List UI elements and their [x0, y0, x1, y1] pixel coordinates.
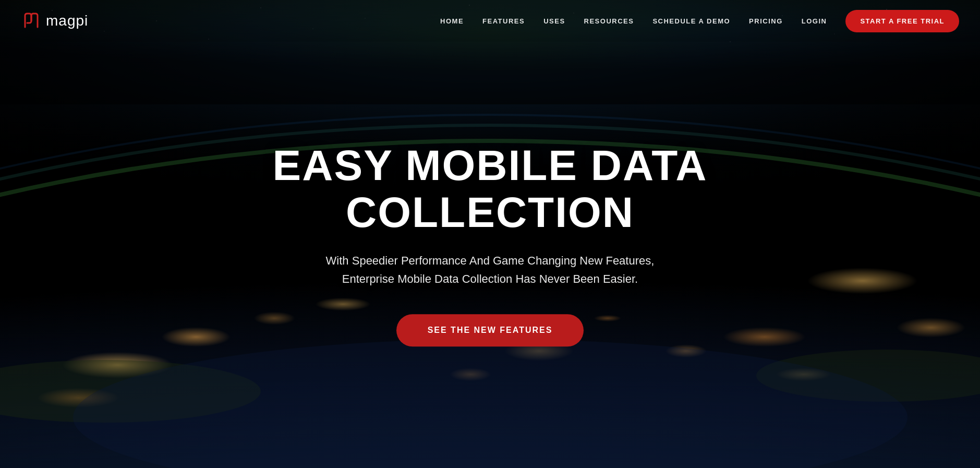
nav-link-features[interactable]: FEATURES [482, 17, 525, 25]
nav-links: HOME FEATURES USES RESOURCES SCHEDULE A … [440, 16, 959, 26]
logo-icon [21, 10, 42, 31]
nav-item-home[interactable]: HOME [440, 16, 464, 26]
start-free-trial-button[interactable]: START A FREE TRIAL [845, 10, 959, 32]
nav-link-uses[interactable]: USES [543, 17, 565, 25]
nav-cta-item[interactable]: START A FREE TRIAL [845, 16, 959, 26]
nav-link-schedule-demo[interactable]: SCHEDULE A DEMO [652, 17, 730, 25]
nav-item-features[interactable]: FEATURES [482, 16, 525, 26]
nav-link-login[interactable]: LOGIN [802, 17, 827, 25]
logo[interactable]: magpi [21, 10, 88, 31]
hero-content: EASY MOBILE DATA COLLECTION With Speedie… [256, 142, 725, 347]
nav-item-schedule-demo[interactable]: SCHEDULE A DEMO [652, 16, 730, 26]
nav-link-home[interactable]: HOME [440, 17, 464, 25]
hero-title-line1: EASY MOBILE DATA [273, 141, 708, 189]
hero-title: EASY MOBILE DATA COLLECTION [256, 142, 725, 236]
navbar: magpi HOME FEATURES USES RESOURCES SCHED… [0, 0, 980, 42]
hero-subtitle: With Speedier Performance And Game Chang… [256, 251, 725, 288]
nav-link-resources[interactable]: RESOURCES [584, 17, 634, 25]
nav-item-resources[interactable]: RESOURCES [584, 16, 634, 26]
nav-link-pricing[interactable]: PRICING [749, 17, 783, 25]
nav-item-login[interactable]: LOGIN [802, 16, 827, 26]
hero-section: magpi HOME FEATURES USES RESOURCES SCHED… [0, 0, 980, 468]
nav-item-pricing[interactable]: PRICING [749, 16, 783, 26]
hero-title-line2: COLLECTION [346, 188, 634, 236]
see-new-features-button[interactable]: SEE THE NEW FEATURES [396, 315, 584, 347]
logo-text: magpi [46, 13, 88, 29]
nav-item-uses[interactable]: USES [543, 16, 565, 26]
